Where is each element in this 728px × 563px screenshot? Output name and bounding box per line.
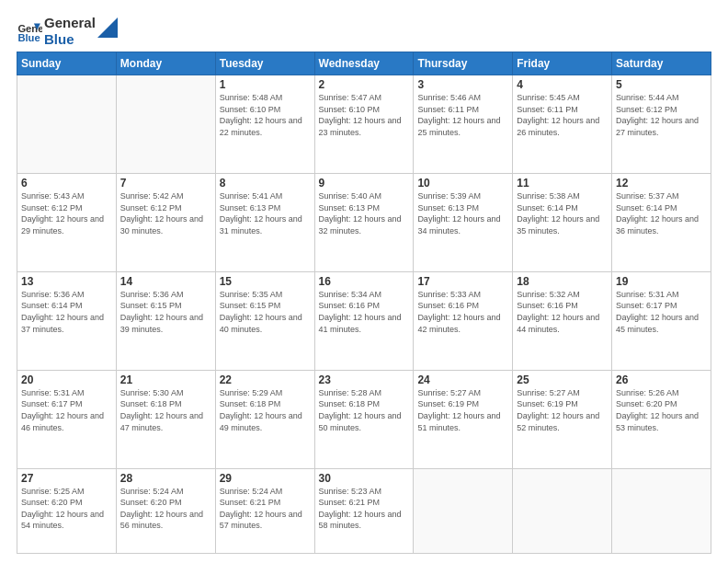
table-row: 26Sunrise: 5:26 AM Sunset: 6:20 PM Dayli… [612,370,711,468]
table-row: 10Sunrise: 5:39 AM Sunset: 6:13 PM Dayli… [414,173,513,271]
day-info: Sunrise: 5:23 AM Sunset: 6:21 PM Dayligh… [319,486,410,532]
day-info: Sunrise: 5:30 AM Sunset: 6:18 PM Dayligh… [120,387,211,433]
table-row: 17Sunrise: 5:33 AM Sunset: 6:16 PM Dayli… [414,271,513,370]
col-wednesday: Wednesday [314,52,414,75]
col-saturday: Saturday [612,52,711,75]
day-info: Sunrise: 5:31 AM Sunset: 6:17 PM Dayligh… [21,387,112,433]
day-number: 14 [120,275,211,288]
table-row: 5Sunrise: 5:44 AM Sunset: 6:12 PM Daylig… [612,75,711,174]
day-number: 7 [120,177,211,190]
day-info: Sunrise: 5:34 AM Sunset: 6:16 PM Dayligh… [319,289,410,335]
day-info: Sunrise: 5:29 AM Sunset: 6:18 PM Dayligh… [220,387,311,433]
col-friday: Friday [513,52,612,75]
day-info: Sunrise: 5:45 AM Sunset: 6:11 PM Dayligh… [517,92,608,138]
day-info: Sunrise: 5:36 AM Sunset: 6:15 PM Dayligh… [120,289,211,335]
table-row: 12Sunrise: 5:37 AM Sunset: 6:14 PM Dayli… [612,173,711,271]
table-row: 28Sunrise: 5:24 AM Sunset: 6:20 PM Dayli… [116,468,215,553]
day-info: Sunrise: 5:41 AM Sunset: 6:13 PM Dayligh… [220,190,311,236]
day-info: Sunrise: 5:24 AM Sunset: 6:21 PM Dayligh… [220,486,311,532]
svg-marker-3 [97,17,118,38]
day-number: 22 [220,373,311,386]
table-row: 30Sunrise: 5:23 AM Sunset: 6:21 PM Dayli… [314,468,414,553]
day-number: 2 [319,78,410,91]
table-row: 22Sunrise: 5:29 AM Sunset: 6:18 PM Dayli… [215,370,314,468]
calendar-week-row: 6Sunrise: 5:43 AM Sunset: 6:12 PM Daylig… [17,173,711,271]
table-row: 21Sunrise: 5:30 AM Sunset: 6:18 PM Dayli… [116,370,215,468]
logo-general: General [44,15,96,31]
table-row: 25Sunrise: 5:27 AM Sunset: 6:19 PM Dayli… [513,370,612,468]
day-info: Sunrise: 5:43 AM Sunset: 6:12 PM Dayligh… [21,190,112,236]
day-info: Sunrise: 5:46 AM Sunset: 6:11 PM Dayligh… [417,92,508,138]
day-info: Sunrise: 5:26 AM Sunset: 6:20 PM Dayligh… [616,387,707,433]
day-number: 30 [319,472,410,485]
day-info: Sunrise: 5:27 AM Sunset: 6:19 PM Dayligh… [517,387,608,433]
day-number: 6 [21,177,112,190]
table-row: 20Sunrise: 5:31 AM Sunset: 6:17 PM Dayli… [17,370,117,468]
table-row: 18Sunrise: 5:32 AM Sunset: 6:16 PM Dayli… [513,271,612,370]
day-number: 16 [319,275,410,288]
calendar-week-row: 27Sunrise: 5:25 AM Sunset: 6:20 PM Dayli… [17,468,711,553]
day-info: Sunrise: 5:31 AM Sunset: 6:17 PM Dayligh… [616,289,707,335]
day-number: 27 [21,472,112,485]
day-info: Sunrise: 5:35 AM Sunset: 6:15 PM Dayligh… [220,289,311,335]
day-number: 23 [319,373,410,386]
day-number: 28 [120,472,211,485]
day-info: Sunrise: 5:42 AM Sunset: 6:12 PM Dayligh… [120,190,211,236]
day-info: Sunrise: 5:48 AM Sunset: 6:10 PM Dayligh… [220,92,311,138]
table-row: 4Sunrise: 5:45 AM Sunset: 6:11 PM Daylig… [513,75,612,174]
table-row [513,468,612,553]
calendar-week-row: 13Sunrise: 5:36 AM Sunset: 6:14 PM Dayli… [17,271,711,370]
day-info: Sunrise: 5:28 AM Sunset: 6:18 PM Dayligh… [319,387,410,433]
logo-blue: Blue [44,31,96,48]
table-row [612,468,711,553]
table-row [116,75,215,174]
table-row: 27Sunrise: 5:25 AM Sunset: 6:20 PM Dayli… [17,468,117,553]
day-number: 21 [120,373,211,386]
col-tuesday: Tuesday [215,52,314,75]
day-number: 24 [417,373,508,386]
day-number: 20 [21,373,112,386]
day-info: Sunrise: 5:32 AM Sunset: 6:16 PM Dayligh… [517,289,608,335]
day-info: Sunrise: 5:40 AM Sunset: 6:13 PM Dayligh… [319,190,410,236]
day-number: 3 [417,78,508,91]
table-row: 23Sunrise: 5:28 AM Sunset: 6:18 PM Dayli… [314,370,414,468]
table-row: 8Sunrise: 5:41 AM Sunset: 6:13 PM Daylig… [215,173,314,271]
table-row: 19Sunrise: 5:31 AM Sunset: 6:17 PM Dayli… [612,271,711,370]
table-row: 7Sunrise: 5:42 AM Sunset: 6:12 PM Daylig… [116,173,215,271]
table-row: 16Sunrise: 5:34 AM Sunset: 6:16 PM Dayli… [314,271,414,370]
table-row: 13Sunrise: 5:36 AM Sunset: 6:14 PM Dayli… [17,271,117,370]
logo-icon: General Blue [17,18,42,44]
table-row: 2Sunrise: 5:47 AM Sunset: 6:10 PM Daylig… [314,75,414,174]
day-info: Sunrise: 5:24 AM Sunset: 6:20 PM Dayligh… [120,486,211,532]
table-row: 6Sunrise: 5:43 AM Sunset: 6:12 PM Daylig… [17,173,117,271]
day-info: Sunrise: 5:36 AM Sunset: 6:14 PM Dayligh… [21,289,112,335]
day-info: Sunrise: 5:25 AM Sunset: 6:20 PM Dayligh… [21,486,112,532]
day-info: Sunrise: 5:33 AM Sunset: 6:16 PM Dayligh… [417,289,508,335]
col-monday: Monday [116,52,215,75]
col-sunday: Sunday [17,52,117,75]
calendar-table: Sunday Monday Tuesday Wednesday Thursday… [17,52,711,554]
table-row [17,75,117,174]
calendar-page: General Blue General Blue Sunday Monday … [0,0,728,563]
day-number: 4 [517,78,608,91]
day-info: Sunrise: 5:47 AM Sunset: 6:10 PM Dayligh… [319,92,410,138]
day-info: Sunrise: 5:44 AM Sunset: 6:12 PM Dayligh… [616,92,707,138]
day-info: Sunrise: 5:39 AM Sunset: 6:13 PM Dayligh… [417,190,508,236]
table-row: 15Sunrise: 5:35 AM Sunset: 6:15 PM Dayli… [215,271,314,370]
table-row: 29Sunrise: 5:24 AM Sunset: 6:21 PM Dayli… [215,468,314,553]
day-number: 18 [517,275,608,288]
table-row: 11Sunrise: 5:38 AM Sunset: 6:14 PM Dayli… [513,173,612,271]
day-number: 11 [517,177,608,190]
logo: General Blue General Blue [17,15,118,48]
day-info: Sunrise: 5:38 AM Sunset: 6:14 PM Dayligh… [517,190,608,236]
day-number: 9 [319,177,410,190]
table-row: 24Sunrise: 5:27 AM Sunset: 6:19 PM Dayli… [414,370,513,468]
day-number: 26 [616,373,707,386]
day-number: 1 [220,78,311,91]
day-number: 10 [417,177,508,190]
header: General Blue General Blue [17,15,711,48]
day-number: 29 [220,472,311,485]
svg-text:Blue: Blue [17,32,40,43]
table-row: 9Sunrise: 5:40 AM Sunset: 6:13 PM Daylig… [314,173,414,271]
calendar-week-row: 1Sunrise: 5:48 AM Sunset: 6:10 PM Daylig… [17,75,711,174]
